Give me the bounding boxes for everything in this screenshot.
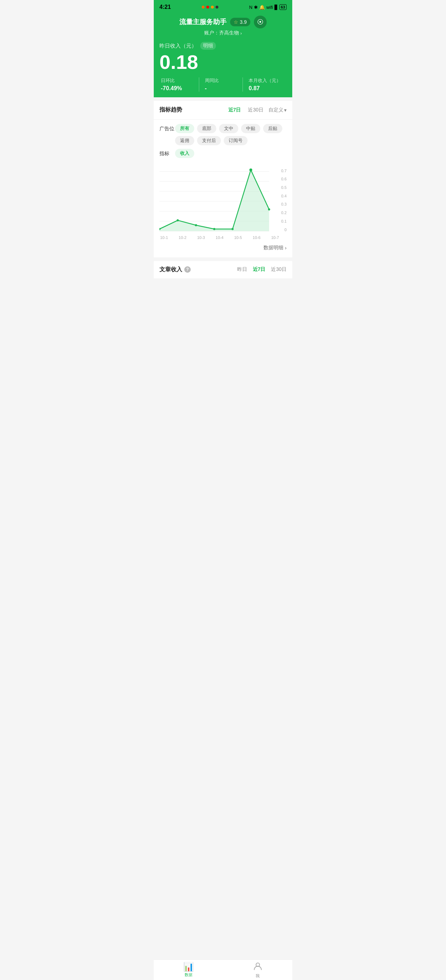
ad-tag-intext[interactable]: 文中 [219, 124, 238, 133]
metric-filter-tags: 收入 [175, 149, 194, 158]
stat-daily-label: 日环比 [161, 77, 198, 84]
chart-container: 10-1 10-2 10-3 10-4 10-5 10-6 10-7 0.7 0… [159, 162, 287, 240]
chevron-right-icon: › [241, 30, 242, 36]
x-label-1: 10-1 [160, 235, 168, 240]
article-tabs: 昨日 近7日 近30日 [237, 266, 287, 273]
tab-30days[interactable]: 近30日 [246, 106, 266, 115]
ad-tag-rebate[interactable]: 返佣 [175, 136, 194, 145]
stat-weekly-value: - [205, 85, 242, 92]
time-tabs: 近7日 近30日 自定义 ▾ [226, 106, 287, 115]
stat-monthly: 本月收入（元） 0.87 [242, 77, 287, 92]
ad-tag-middle[interactable]: 中贴 [241, 124, 260, 133]
income-detail-link[interactable]: 明细 [200, 42, 216, 50]
chart-y-axis: 0.7 0.6 0.5 0.4 0.3 0.2 0.1 0 [280, 169, 287, 240]
dot-icon-2 [206, 6, 209, 8]
header-title-row: 流量主服务助手 ☆ 3.9 ⦿ [159, 16, 287, 29]
help-icon[interactable]: ? [184, 266, 191, 273]
article-tab-30days[interactable]: 近30日 [271, 266, 287, 273]
ad-filter-label: 广告位 [159, 124, 175, 132]
metric-filter-row: 指标 收入 [159, 149, 287, 158]
income-value: 0.18 [159, 51, 287, 73]
status-right-icons: N ✱ 🔔 wifi ▊ 63 [249, 4, 287, 10]
chart-x-labels: 10-1 10-2 10-3 10-4 10-5 10-6 10-7 [159, 234, 280, 240]
y-label-5: 0.5 [281, 185, 287, 189]
tab-7days[interactable]: 近7日 [226, 106, 243, 115]
dot-icon-3 [211, 6, 214, 8]
income-label-row: 昨日收入（元） 明细 [159, 42, 287, 50]
rating-badge[interactable]: ☆ 3.9 [230, 18, 250, 26]
chart-dot-2 [177, 219, 179, 221]
x-label-3: 10-3 [197, 235, 205, 240]
nfc-icon: N [249, 5, 252, 10]
x-label-7: 10-7 [271, 235, 279, 240]
tab-custom[interactable]: 自定义 ▾ [268, 107, 287, 113]
line-chart-svg [159, 162, 280, 232]
rating-value: 3.9 [240, 19, 247, 25]
chart-dot-5 [231, 228, 234, 230]
header-section: 流量主服务助手 ☆ 3.9 ⦿ 账户：齐高生物 › 昨日收入（元） 明细 0.1… [154, 13, 292, 97]
stat-monthly-label: 本月收入（元） [248, 77, 285, 84]
article-header: 文章收入 ? 昨日 近7日 近30日 [159, 266, 287, 274]
article-title-wrap: 文章收入 ? [159, 266, 191, 274]
ad-tag-post[interactable]: 后贴 [263, 124, 282, 133]
status-time: 4:21 [159, 4, 171, 10]
y-label-6: 0.6 [281, 177, 287, 181]
article-section: 文章收入 ? 昨日 近7日 近30日 [154, 261, 292, 278]
y-label-1: 0.1 [281, 219, 287, 223]
chart-dot-3 [195, 224, 197, 226]
battery-indicator: 63 [279, 4, 287, 10]
y-label-4: 0.4 [281, 194, 287, 198]
metric-filter-label: 指标 [159, 149, 175, 157]
article-tab-7days[interactable]: 近7日 [253, 266, 266, 273]
stat-monthly-value: 0.87 [248, 85, 285, 92]
stat-daily: 日环比 -70.49% [159, 77, 199, 92]
ad-filter-row: 广告位 所有 底部 文中 中贴 后贴 返佣 支付后 订阅号 [159, 124, 287, 145]
y-label-2: 0.2 [281, 210, 287, 215]
account-label: 账户：齐高生物 [204, 30, 239, 36]
trend-title: 指标趋势 [159, 106, 182, 114]
tab-custom-label: 自定义 [268, 107, 284, 113]
chart-dot-peak [249, 168, 252, 171]
status-bar: 4:21 N ✱ 🔔 wifi ▊ 63 [154, 0, 292, 13]
record-icon: ⦿ [257, 19, 263, 26]
x-label-6: 10-6 [253, 235, 261, 240]
account-row[interactable]: 账户：齐高生物 › [159, 30, 287, 36]
stat-daily-value: -70.49% [161, 85, 198, 92]
trend-section: 指标趋势 近7日 近30日 自定义 ▾ 广告位 所有 底部 文中 中贴 后贴 返… [154, 101, 292, 258]
dot-icon-1 [202, 6, 204, 8]
app-title: 流量主服务助手 [179, 18, 226, 27]
dot-icon-4 [215, 6, 218, 8]
star-icon: ☆ [234, 19, 238, 25]
income-label: 昨日收入（元） [159, 43, 197, 49]
chart-dot-4 [213, 228, 215, 230]
ad-tag-afterpay[interactable]: 支付后 [197, 136, 221, 145]
article-tab-yesterday[interactable]: 昨日 [237, 266, 247, 273]
chart-svg: 10-1 10-2 10-3 10-4 10-5 10-6 10-7 [159, 162, 280, 240]
stat-weekly: 周同比 - [199, 77, 243, 92]
bluetooth-icon: ✱ [254, 5, 258, 10]
x-label-5: 10-5 [234, 235, 242, 240]
article-title: 文章收入 [159, 266, 182, 274]
trend-header: 指标趋势 近7日 近30日 自定义 ▾ [159, 106, 287, 115]
metric-tag-income[interactable]: 收入 [175, 149, 194, 158]
ad-tag-bottom[interactable]: 底部 [197, 124, 216, 133]
stat-weekly-label: 周同比 [205, 77, 242, 84]
chevron-down-icon: ▾ [284, 107, 287, 113]
data-detail-row[interactable]: 数据明细 › [159, 241, 287, 253]
y-label-0: 0 [281, 228, 287, 232]
x-label-4: 10-4 [215, 235, 223, 240]
target-icon[interactable]: ⦿ [254, 16, 267, 29]
wifi-icon: wifi [266, 5, 273, 10]
chart-area-fill [159, 170, 269, 231]
status-icons [202, 6, 218, 8]
data-detail-label: 数据明细 [263, 245, 284, 251]
ad-tag-subscribe[interactable]: 订阅号 [224, 136, 247, 145]
ad-filter-tags: 所有 底部 文中 中贴 后贴 返佣 支付后 订阅号 [175, 124, 287, 145]
x-label-2: 10-2 [178, 235, 186, 240]
data-detail-chevron: › [285, 245, 287, 251]
chart-dot-7 [268, 208, 270, 210]
income-stats: 日环比 -70.49% 周同比 - 本月收入（元） 0.87 [159, 77, 287, 92]
chart-area: 10-1 10-2 10-3 10-4 10-5 10-6 10-7 0.7 0… [159, 162, 287, 240]
ad-tag-all[interactable]: 所有 [175, 124, 194, 133]
signal-icon: ▊ [274, 5, 278, 10]
